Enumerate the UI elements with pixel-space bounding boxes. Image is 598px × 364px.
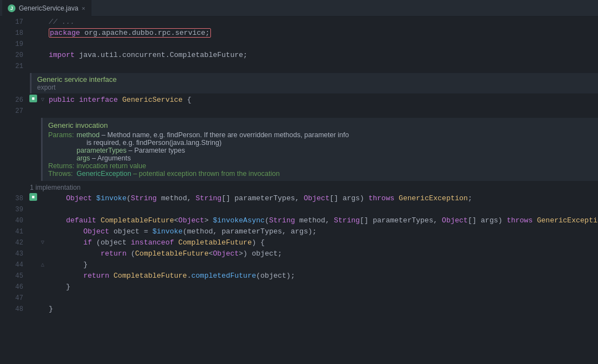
code-content: } [47, 304, 598, 315]
java-file-icon: J [8, 4, 16, 12]
params-label: Params: [48, 131, 76, 162]
code-line: 43 return (CompletableFuture<Object>) ob… [0, 248, 598, 259]
code-content: return (CompletableFuture<Object>) objec… [47, 248, 598, 259]
code-content: Object $invoke(String method, String[] p… [47, 193, 598, 204]
doc-export: export [37, 84, 592, 91]
invoc-title: Generic invocation [48, 121, 591, 129]
fold-cell[interactable]: ▽ [39, 95, 47, 106]
code-line: 39 [0, 204, 598, 215]
line-number: 27 [0, 106, 28, 117]
code-line: 44△ } [0, 259, 598, 271]
line-number: 21 [0, 61, 28, 72]
code-content: public interface GenericService { [47, 95, 598, 106]
doc-title: Generic service interface [37, 75, 592, 84]
line-number: 18 [0, 28, 28, 39]
code-content: } [47, 282, 598, 293]
code-line: 19 [0, 39, 598, 50]
code-line: 17// ... [0, 17, 598, 28]
tab-close-button[interactable]: × [81, 5, 85, 12]
doc-simple-box: Generic service interfaceexport [30, 73, 598, 93]
code-line: 40 default CompletableFuture<Object> $in… [0, 215, 598, 226]
tab-filename: GenericService.java [19, 4, 78, 12]
fold-cell[interactable]: ▽ [39, 237, 47, 248]
line-number: 44 [0, 259, 28, 271]
code-body[interactable]: 17// ...18package org.apache.dubbo.rpc.s… [0, 17, 598, 364]
code-content: // ... [47, 17, 598, 28]
code-line: 42▽ if (object instanceof CompletableFut… [0, 237, 598, 248]
code-line: 27 [0, 106, 598, 117]
code-line: 26■▽public interface GenericService { [0, 95, 598, 106]
throws-label: Throws: [48, 170, 76, 178]
line-number: 42 [0, 237, 28, 248]
line-number: 19 [0, 39, 28, 50]
param3-name: args [76, 154, 90, 162]
code-line: 47 [0, 293, 598, 304]
throws-exc: GenericException [76, 170, 131, 178]
code-line: 20import java.util.concurrent.Completabl… [0, 50, 598, 61]
code-line: 46 } [0, 282, 598, 293]
impl-icon[interactable]: ■ [29, 193, 37, 201]
code-area: 17// ...18package org.apache.dubbo.rpc.s… [0, 17, 598, 364]
code-content: import java.util.concurrent.CompletableF… [47, 50, 598, 61]
code-line: 18package org.apache.dubbo.rpc.service; [0, 28, 598, 39]
file-tab[interactable]: J GenericService.java × [2, 0, 91, 17]
code-content: } [47, 259, 598, 271]
impl-hint: 1 implementation [0, 182, 598, 193]
fold-cell[interactable]: △ [39, 259, 47, 271]
code-content: return CompletableFuture.completedFuture… [47, 271, 598, 282]
code-line: 21 [0, 61, 598, 72]
code-line: 41 Object object = $invoke(method, param… [0, 226, 598, 237]
impl-icon[interactable]: ■ [29, 95, 37, 102]
line-number: 38 [0, 193, 28, 204]
line-number: 46 [0, 282, 28, 293]
line-number: 43 [0, 248, 28, 259]
line-number: 39 [0, 204, 28, 215]
line-number: 20 [0, 50, 28, 61]
code-line: 45 return CompletableFuture.completedFut… [0, 271, 598, 282]
tab-bar: J GenericService.java × [0, 0, 598, 17]
line-number: 17 [0, 17, 28, 28]
line-number: 40 [0, 215, 28, 226]
gutter-cell: ■ [28, 193, 39, 201]
param2-name: parameterTypes [76, 147, 126, 154]
code-content: package org.apache.dubbo.rpc.service; [47, 28, 598, 39]
line-number: 47 [0, 293, 28, 304]
gutter-cell: ■ [28, 95, 39, 102]
code-content: if (object instanceof CompletableFuture)… [47, 237, 598, 248]
line-number: 41 [0, 226, 28, 237]
code-line: 38■ Object $invoke(String method, String… [0, 193, 598, 204]
line-number: 48 [0, 304, 28, 315]
param1-name: method [76, 131, 100, 139]
code-content: default CompletableFuture<Object> $invok… [47, 215, 598, 226]
line-number: 45 [0, 271, 28, 282]
doc-invoc-box: Generic invocation Params: method – Meth… [41, 118, 598, 181]
line-number: 26 [0, 95, 28, 106]
code-line: 48} [0, 304, 598, 315]
returns-label: Returns: [48, 162, 76, 170]
code-content: Object object = $invoke(method, paramete… [47, 226, 598, 237]
returns-val: invocation return value [76, 162, 349, 170]
